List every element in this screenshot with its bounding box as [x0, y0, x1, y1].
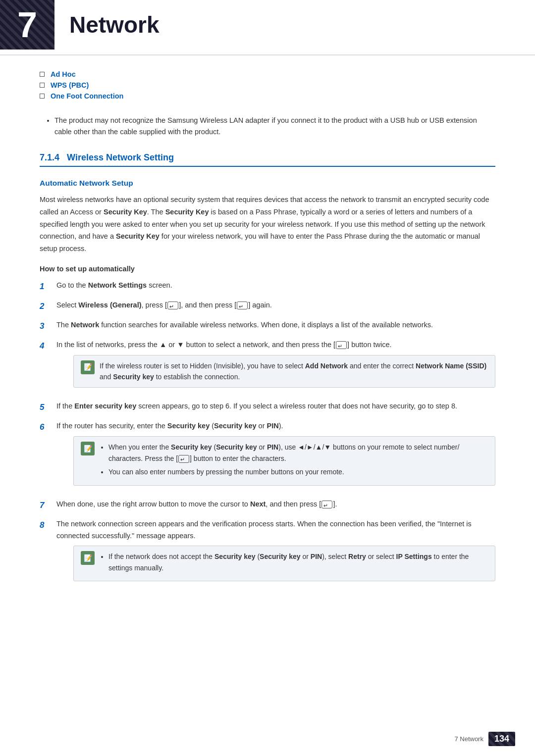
sec-key2-bold: Security key [216, 443, 257, 451]
sec-key-bold: Security key [171, 443, 212, 451]
step-num-7: 7 [40, 499, 54, 512]
top-note-item: The product may not recognize the Samsun… [54, 115, 495, 138]
step-6: 6 If the router has security, enter the … [40, 420, 495, 492]
retry-bold: Retry [348, 553, 366, 560]
step-num-6: 6 [40, 420, 54, 434]
step-4: 4 In the list of networks, press the ▲ o… [40, 339, 495, 395]
list-item: You can also enter numbers by pressing t… [108, 466, 488, 477]
note-content-step6: When you enter the Security key (Securit… [100, 442, 488, 480]
enter-button-icon2 [237, 302, 248, 309]
section-title: Wireless Network Setting [67, 152, 174, 162]
step-5: 5 If the Enter security key screen appea… [40, 401, 495, 414]
top-note-list: The product may not recognize the Samsun… [40, 115, 495, 138]
step-num-3: 3 [40, 319, 54, 333]
ip-settings-bold: IP Settings [396, 553, 432, 560]
step-content-3: The Network function searches for availa… [56, 319, 495, 331]
enter-button-icon4 [178, 455, 189, 463]
enter-security-key-bold: Enter security key [74, 402, 136, 410]
step-content-1: Go to the Network Settings screen. [56, 280, 495, 292]
step-num-8: 8 [40, 518, 54, 532]
security-key-step6-bold: Security key [167, 422, 210, 430]
section-number: 7.1.4 [40, 152, 59, 162]
steps-heading: How to set up automatically [40, 265, 495, 273]
list-item: One Foot Connection [40, 92, 495, 100]
note-content-step4: If the wireless router is set to Hidden … [100, 360, 488, 383]
pin2-bold: PIN [267, 443, 278, 451]
security-key-note-bold: Security key [113, 373, 154, 381]
step-content-5: If the Enter security key screen appears… [56, 401, 495, 412]
note-box-step8: 📝 If the network does not accept the Sec… [73, 546, 495, 581]
main-content: Ad Hoc WPS (PBC) One Foot Connection The… [0, 70, 535, 624]
body-paragraph: Most wireless networks have an optional … [40, 194, 495, 254]
enter-button-icon3 [336, 341, 347, 349]
top-bullets-list: Ad Hoc WPS (PBC) One Foot Connection [40, 70, 495, 100]
adhoc-link: Ad Hoc [51, 70, 76, 78]
note-step6-list: When you enter the Security key (Securit… [100, 442, 488, 477]
chapter-number: 7 [0, 0, 54, 50]
step-num-1: 1 [40, 280, 54, 294]
step-8: 8 The network connection screen appears … [40, 518, 495, 589]
step-content-7: When done, use the right arrow button to… [56, 499, 495, 510]
add-network-bold: Add Network [305, 362, 348, 370]
security-key-bold3: Security Key [116, 232, 160, 240]
subsection-heading: Automatic Network Setup [40, 179, 495, 188]
note-icon-step6: 📝 [81, 442, 95, 455]
network-settings-bold: Network Settings [88, 281, 147, 289]
next-bold: Next [250, 500, 266, 508]
note-icon-step8: 📝 [81, 551, 95, 565]
section-heading: 7.1.4 Wireless Network Setting [40, 152, 495, 167]
note-content-step8: If the network does not accept the Secur… [100, 551, 488, 576]
security-key2-bold: Security key [214, 422, 256, 430]
note-box-step4: 📝 If the wireless router is set to Hidde… [73, 355, 495, 388]
wps-link: WPS (PBC) [51, 81, 89, 89]
step-1: 1 Go to the Network Settings screen. [40, 280, 495, 294]
step-num-5: 5 [40, 401, 54, 414]
enter-button-icon [167, 302, 178, 309]
footer-text: 7 Network [454, 735, 483, 743]
security-key-bold1: Security Key [104, 208, 147, 216]
step-content-8: The network connection screen appears an… [56, 518, 495, 589]
step-num-4: 4 [40, 339, 54, 353]
note-step8-list: If the network does not accept the Secur… [100, 551, 488, 573]
sec-key4-bold: Security key [260, 553, 301, 560]
step-content-6: If the router has security, enter the Se… [56, 420, 495, 492]
pin-bold: PIN [267, 422, 279, 430]
note-box-step6: 📝 When you enter the Security key (Secur… [73, 436, 495, 485]
network-bold: Network [71, 321, 99, 329]
step-7: 7 When done, use the right arrow button … [40, 499, 495, 512]
note-icon-step4: 📝 [81, 360, 95, 374]
step-content-4: In the list of networks, press the ▲ or … [56, 339, 495, 395]
bullet-square-icon [40, 72, 45, 77]
sec-key3-bold: Security key [214, 553, 256, 560]
steps-list: 1 Go to the Network Settings screen. 2 S… [40, 280, 495, 589]
bullet-square-icon [40, 83, 45, 88]
list-item: Ad Hoc [40, 70, 495, 78]
network-name-bold: Network Name (SSID) [416, 362, 486, 370]
step-num-2: 2 [40, 300, 54, 313]
page-header: 7 Network [0, 0, 535, 55]
page-number: 134 [488, 732, 515, 746]
step-content-2: Select Wireless (General), press [], and… [56, 300, 495, 311]
chapter-title: Network [54, 0, 174, 50]
bullet-square-icon [40, 94, 45, 99]
list-item: When you enter the Security key (Securit… [108, 442, 488, 464]
step-3: 3 The Network function searches for avai… [40, 319, 495, 333]
pin3-bold: PIN [311, 553, 322, 560]
onefoot-link: One Foot Connection [51, 92, 123, 100]
security-key-bold2: Security Key [165, 208, 209, 216]
enter-button-icon5 [321, 501, 332, 508]
page-footer: 7 Network 134 [454, 732, 515, 746]
list-item: If the network does not accept the Secur… [108, 551, 488, 573]
step-2: 2 Select Wireless (General), press [], a… [40, 300, 495, 313]
list-item: WPS (PBC) [40, 81, 495, 89]
wireless-general-bold: Wireless (General) [78, 301, 141, 309]
